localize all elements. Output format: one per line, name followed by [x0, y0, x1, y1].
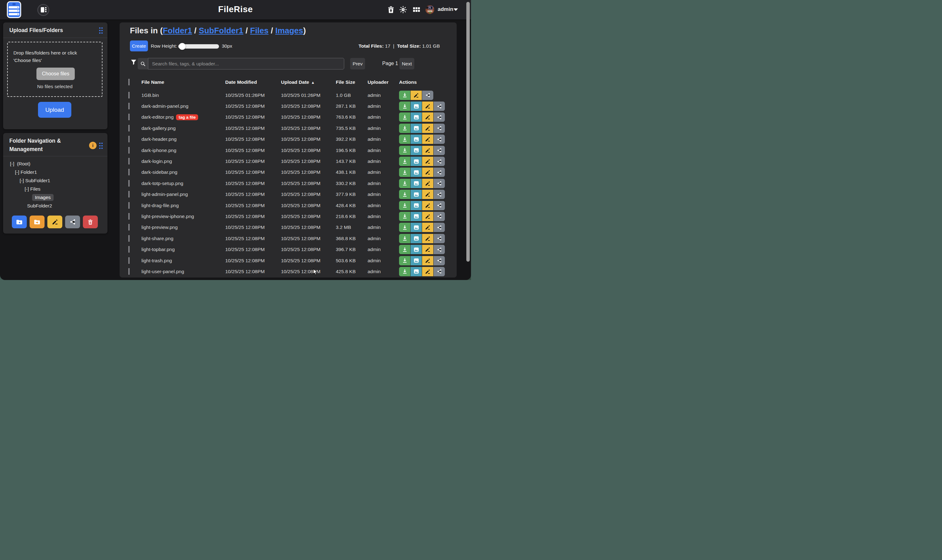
tree-node-files[interactable]: [-] Files	[25, 186, 40, 192]
row-checkbox[interactable]	[128, 92, 129, 98]
edit-button[interactable]	[422, 179, 433, 188]
share-button[interactable]	[434, 256, 445, 265]
row-checkbox[interactable]	[128, 158, 129, 165]
choose-files-button[interactable]: Choose files	[37, 68, 75, 80]
row-checkbox[interactable]	[128, 191, 129, 197]
preview-button[interactable]	[411, 267, 422, 276]
edit-button[interactable]	[422, 157, 433, 166]
table-row[interactable]: light-drag-file.png 10/25/25 12:08PM 10/…	[120, 200, 457, 211]
row-checkbox[interactable]	[128, 125, 129, 131]
create-folder-button[interactable]	[12, 215, 27, 228]
tree-node-folder1[interactable]: [-] Folder1	[15, 169, 37, 175]
preview-button[interactable]	[411, 124, 422, 133]
preview-button[interactable]	[411, 190, 422, 199]
share-button[interactable]	[434, 267, 445, 276]
download-button[interactable]	[399, 112, 410, 122]
preview-button[interactable]	[411, 256, 422, 265]
tree-node-subfolder2[interactable]: SubFolder2	[27, 203, 52, 209]
preview-button[interactable]	[411, 146, 422, 155]
drag-handle-icon[interactable]	[99, 27, 103, 34]
share-button[interactable]	[434, 112, 445, 122]
edit-button[interactable]	[422, 190, 433, 199]
edit-button[interactable]	[422, 102, 433, 111]
breadcrumb-link-images[interactable]: Images	[276, 26, 303, 35]
download-button[interactable]	[399, 201, 410, 210]
preview-button[interactable]	[411, 201, 422, 210]
share-button[interactable]	[434, 190, 445, 199]
edit-button[interactable]	[411, 91, 422, 100]
table-row[interactable]: dark-totp-setup.png 10/25/25 12:08PM 10/…	[120, 178, 457, 189]
row-checkbox[interactable]	[128, 147, 129, 154]
download-button[interactable]	[399, 212, 410, 221]
edit-button[interactable]	[422, 234, 433, 243]
download-button[interactable]	[399, 190, 410, 199]
download-button[interactable]	[399, 234, 410, 243]
table-row[interactable]: light-share.png 10/25/25 12:08PM 10/25/2…	[120, 233, 457, 244]
edit-button[interactable]	[422, 256, 433, 265]
username-label[interactable]: admin	[438, 6, 453, 12]
rename-folder-button[interactable]	[47, 215, 62, 228]
row-checkbox[interactable]	[128, 213, 129, 220]
share-button[interactable]	[434, 135, 445, 144]
column-header-upload-date[interactable]: Upload Date▲	[281, 79, 336, 85]
row-checkbox[interactable]	[128, 246, 129, 252]
preview-button[interactable]	[411, 223, 422, 232]
share-button[interactable]	[434, 212, 445, 221]
edit-button[interactable]	[422, 168, 433, 177]
share-button[interactable]	[434, 245, 445, 254]
preview-button[interactable]	[411, 245, 422, 254]
row-checkbox[interactable]	[128, 169, 129, 175]
download-button[interactable]	[399, 124, 410, 133]
grid-view-icon[interactable]	[413, 6, 420, 14]
edit-button[interactable]	[422, 146, 433, 155]
table-row[interactable]: light-preview.png 10/25/25 12:08PM 10/25…	[120, 222, 457, 233]
share-button[interactable]	[422, 91, 433, 100]
preview-button[interactable]	[411, 112, 422, 122]
download-button[interactable]	[399, 179, 410, 188]
share-button[interactable]	[434, 146, 445, 155]
row-checkbox[interactable]	[128, 235, 129, 242]
table-row[interactable]: dark-header.png 10/25/25 12:08PM 10/25/2…	[120, 134, 457, 145]
select-all-checkbox[interactable]	[128, 79, 129, 85]
column-header-date-modified[interactable]: Date Modified	[225, 79, 281, 85]
column-header-file-name[interactable]: File Name	[142, 79, 225, 85]
preview-button[interactable]	[411, 234, 422, 243]
download-button[interactable]	[399, 157, 410, 166]
preview-button[interactable]	[411, 179, 422, 188]
user-avatar[interactable]	[425, 5, 434, 14]
tree-node-root[interactable]: [-] (Root)	[10, 161, 30, 167]
preview-button[interactable]	[411, 135, 422, 144]
download-button[interactable]	[399, 223, 410, 232]
breadcrumb-link-files[interactable]: Files	[250, 26, 268, 35]
row-height-slider[interactable]	[178, 44, 219, 49]
theme-sun-icon[interactable]	[399, 6, 407, 14]
prev-page-button[interactable]: Prev	[350, 58, 365, 69]
slider-knob[interactable]	[179, 43, 186, 50]
edit-button[interactable]	[422, 223, 433, 232]
download-button[interactable]	[399, 256, 410, 265]
table-row[interactable]: dark-editor.pngtag a file 10/25/25 12:08…	[120, 112, 457, 123]
table-row[interactable]: dark-sidebar.png 10/25/25 12:08PM 10/25/…	[120, 167, 457, 178]
row-checkbox[interactable]	[128, 202, 129, 209]
create-button[interactable]: Create	[130, 40, 148, 51]
share-button[interactable]	[434, 223, 445, 232]
row-checkbox[interactable]	[128, 268, 129, 275]
edit-button[interactable]	[422, 267, 433, 276]
delete-folder-button[interactable]	[83, 215, 98, 228]
share-button[interactable]	[434, 179, 445, 188]
download-button[interactable]	[399, 135, 410, 144]
drag-handle-icon[interactable]	[99, 142, 103, 149]
share-folder-button[interactable]	[65, 215, 80, 228]
breadcrumb-link-subfolder1[interactable]: SubFolder1	[199, 26, 243, 35]
download-button[interactable]	[399, 91, 410, 100]
table-row[interactable]: light-trash.png 10/25/25 12:08PM 10/25/2…	[120, 255, 457, 266]
filter-icon[interactable]	[130, 58, 137, 65]
download-button[interactable]	[399, 245, 410, 254]
caret-down-icon[interactable]	[454, 8, 458, 11]
table-row[interactable]: light-user-panel.png 10/25/25 12:08PM 10…	[120, 266, 457, 277]
share-button[interactable]	[434, 201, 445, 210]
move-folder-button[interactable]	[29, 215, 45, 228]
file-dropzone[interactable]: Drop files/folders here or click 'Choose…	[7, 42, 103, 97]
download-button[interactable]	[399, 102, 410, 111]
table-row[interactable]: light-admin-panel.png 10/25/25 12:08PM 1…	[120, 189, 457, 200]
